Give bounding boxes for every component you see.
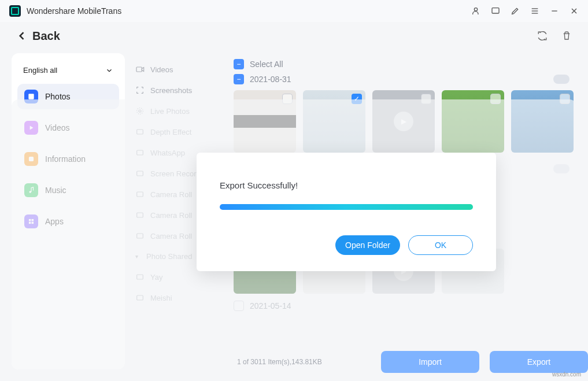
language-label: English all xyxy=(23,66,57,75)
app-title: Wondershare MobileTrans xyxy=(27,6,471,16)
delete-icon[interactable] xyxy=(561,31,572,41)
back-row: Back xyxy=(0,22,588,50)
select-all-checkbox[interactable] xyxy=(234,59,244,69)
modal-buttons: Open Folder OK xyxy=(220,235,473,255)
message-icon[interactable] xyxy=(491,6,500,16)
chevron-down-icon xyxy=(105,66,113,75)
chevron-left-icon xyxy=(16,30,28,42)
album-item[interactable]: Screenshots xyxy=(132,80,225,101)
svg-point-0 xyxy=(474,8,477,11)
refresh-icon[interactable] xyxy=(537,31,548,41)
select-all-row[interactable]: Select All xyxy=(234,58,576,71)
language-select[interactable]: English all xyxy=(17,62,119,84)
menu-icon[interactable] xyxy=(530,6,539,16)
album-label: Videos xyxy=(150,65,173,74)
count-badge xyxy=(553,75,569,84)
date-group-row[interactable]: 2021-08-31 xyxy=(234,71,576,90)
modal-title: Export Successfully! xyxy=(220,180,473,190)
titlebar: Wondershare MobileTrans xyxy=(0,0,588,22)
svg-rect-16 xyxy=(136,67,142,72)
close-button[interactable] xyxy=(569,6,579,16)
open-folder-button[interactable]: Open Folder xyxy=(335,235,400,255)
status-text: 1 of 3011 Item(s),143.81KB xyxy=(237,358,371,366)
album-label: Screenshots xyxy=(150,86,192,95)
select-all-label: Select All xyxy=(250,60,283,69)
group-checkbox[interactable] xyxy=(234,74,244,84)
svg-rect-8 xyxy=(28,94,34,99)
screenshots-icon xyxy=(135,86,145,95)
back-label: Back xyxy=(32,29,60,43)
titlebar-actions xyxy=(471,6,579,16)
minimize-button[interactable] xyxy=(550,6,559,16)
import-button[interactable]: Import xyxy=(381,351,479,373)
ok-button[interactable]: OK xyxy=(408,235,473,255)
progress-bar xyxy=(220,204,473,210)
videos-album-icon xyxy=(135,65,145,74)
app-logo-icon xyxy=(9,5,21,17)
back-button[interactable]: Back xyxy=(16,29,60,43)
footer: 1 of 3011 Item(s),143.81KB Import Export xyxy=(228,351,588,373)
svg-rect-1 xyxy=(492,8,499,13)
toolbar-actions xyxy=(537,31,572,41)
export-button[interactable]: Export xyxy=(490,351,588,373)
watermark: wsxdn.com xyxy=(552,371,581,378)
edit-icon[interactable] xyxy=(511,6,520,16)
group-date: 2021-08-31 xyxy=(250,75,291,84)
export-success-modal: Export Successfully! Open Folder OK xyxy=(197,153,496,271)
album-item[interactable]: Videos xyxy=(132,59,225,80)
user-icon[interactable] xyxy=(471,6,480,16)
